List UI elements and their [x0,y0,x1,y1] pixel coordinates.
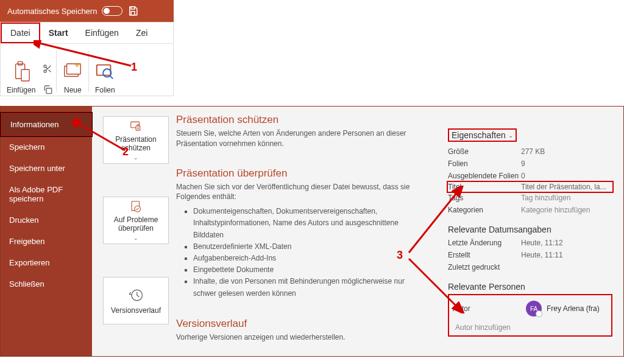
check-issues-button[interactable]: Auf Probleme überprüfen ⌄ [103,197,169,244]
check-section: Präsentation überprüfen Machen Sie sich … [176,167,420,299]
prop-title[interactable]: TitelTitel der Präsentation, la... [447,181,614,193]
prop-created: ErstelltHeute, 11:11 [448,249,612,261]
new-slide-group[interactable]: Neue [58,59,87,94]
protect-title: Präsentation schützen [176,114,420,126]
prop-categories[interactable]: KategorienKategorie hinzufügen [448,204,612,216]
paste-label: Einfügen [7,86,35,94]
sidebar-item-close[interactable]: Schließen [1,273,92,295]
check-desc: Machen Sie sich vor der Veröffentlichung… [176,182,420,203]
info-backstage-panel: Informationen Speichern Speichern unter … [0,106,624,357]
copy-icon[interactable] [43,85,52,94]
separator [56,51,57,92]
chevron-down-icon: ⌄ [508,132,513,139]
prop-printed: Zuletzt gedruckt [448,261,612,273]
svg-point-6 [44,70,46,72]
sidebar-item-share[interactable]: Freigeben [1,231,92,252]
svg-point-15 [138,128,138,128]
history-section: Versionsverlauf Vorherige Versionen anze… [176,318,420,343]
separator [88,51,89,92]
scissors-icon[interactable] [43,64,52,74]
history-button-label: Versionsverlauf [111,306,161,315]
svg-rect-0 [131,7,135,9]
new-label: Neue [64,86,82,94]
properties-heading[interactable]: Eigenschaften ⌄ [448,128,517,142]
protect-presentation-button[interactable]: Präsentation schützen ⌄ [103,116,169,164]
info-main-area: Präsentation schützen ⌄ Auf Probleme übe… [92,107,623,356]
prop-tags[interactable]: TagsTag hinzufügen [448,192,612,204]
check-document-icon [127,200,145,213]
author-box: Autor FA Frey Arlena (fra) Autor hinzufü… [448,294,612,337]
prop-size: Größe277 KB [448,145,612,158]
protect-button-label: Präsentation schützen [106,135,166,152]
chevron-down-icon: ⌄ [133,235,138,241]
prop-modified: Letzte ÄnderungHeute, 11:12 [448,237,612,249]
save-icon[interactable] [127,5,138,16]
svg-rect-1 [131,12,135,15]
annotation-1: 1 [131,61,137,74]
description-column: Präsentation schützen Steuern Sie, welch… [176,114,420,349]
chevron-down-icon: ⌄ [133,155,138,161]
sidebar-item-print[interactable]: Drucken [1,209,92,231]
ribbon-content-row: Einfügen Neue Folien 1 [0,44,174,96]
add-author[interactable]: Autor hinzufügen [455,323,608,332]
sidebar-item-info[interactable]: Informationen [1,113,92,136]
sidebar-item-save[interactable]: Speichern [1,136,92,158]
sidebar-item-saveas[interactable]: Speichern unter [1,158,92,179]
lock-presentation-icon [127,119,145,133]
slides-group[interactable]: Folien [90,59,119,94]
dates-heading: Relevante Datumsangaben [448,225,612,234]
protect-section: Präsentation schützen Steuern Sie, welch… [176,114,420,149]
search-slide-icon [94,59,116,85]
powerpoint-ribbon-fragment: Automatisches Speichern Datei Start Einf… [0,0,174,96]
check-title: Präsentation überprüfen [176,167,420,180]
autosave-toggle[interactable] [102,6,122,16]
people-heading: Relevante Personen [448,282,612,292]
check-list: Dokumenteigenschaften, Dokumentservereig… [176,206,420,299]
svg-rect-7 [46,88,52,94]
prop-slides: Folien9 [448,158,612,170]
paste-group[interactable]: Einfügen [3,59,39,94]
clipboard-icon [10,59,32,85]
check-item: Eingebettete Dokumente [193,264,420,276]
backstage-sidebar: Informationen Speichern Speichern unter … [1,107,92,356]
new-slide-icon [62,59,83,85]
check-button-label: Auf Probleme überprüfen [106,215,166,233]
tab-file[interactable]: Datei [1,23,40,43]
check-item: Dokumenteigenschaften, Dokumentservereig… [193,206,420,241]
author-label: Autor [453,304,526,313]
check-item: Benutzerdefinierte XML-Daten [193,241,420,253]
properties-column: Eigenschaften ⌄ Größe277 KB Folien9 Ausg… [448,114,612,349]
avatar[interactable]: FA [526,301,542,317]
autosave-label: Automatisches Speichern [7,7,97,16]
tab-draw[interactable]: Zei [127,23,156,43]
svg-rect-4 [21,69,29,81]
sidebar-item-pdf[interactable]: Als Adobe PDF speichern [1,179,92,209]
title-bar: Automatisches Speichern [0,0,174,22]
sidebar-item-export[interactable]: Exportieren [1,252,92,273]
protect-desc: Steuern Sie, welche Arten von Änderungen… [176,128,420,149]
ribbon-tabs: Datei Start Einfügen Zei [0,22,174,44]
history-desc: Vorherige Versionen anzeigen und wiederh… [176,332,420,343]
version-history-button[interactable]: Versionsverlauf [103,277,169,324]
tab-insert[interactable]: Einfügen [77,23,127,43]
svg-point-5 [44,65,46,68]
check-item: Aufgabenbereich-Add-Ins [193,253,420,264]
history-title: Versionsverlauf [176,318,420,330]
slides-label: Folien [95,86,115,94]
prop-hidden: Ausgeblendete Folien0 [448,170,612,182]
action-button-column: Präsentation schützen ⌄ Auf Probleme übe… [103,114,170,349]
author-row: Autor FA Frey Arlena (fra) [453,299,608,318]
check-item: Inhalte, die von Personen mit Behinderun… [193,276,420,299]
author-name: Frey Arlena (fra) [547,304,600,313]
tab-start[interactable]: Start [40,23,77,43]
svg-rect-3 [18,61,23,65]
history-icon [127,287,145,304]
properties-heading-label: Eigenschaften [452,130,506,140]
